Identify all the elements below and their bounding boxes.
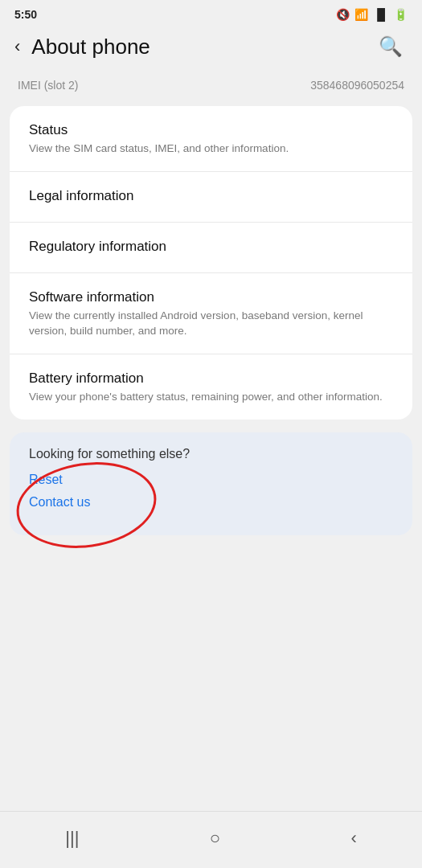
menu-item-regulatory[interactable]: Regulatory information	[10, 223, 412, 273]
contact-us-link[interactable]: Contact us	[29, 495, 393, 510]
nav-bar: ‹ About phone 🔍	[0, 26, 422, 71]
back-nav-button[interactable]: ‹	[334, 823, 372, 854]
imei-value: 358468096050254	[310, 79, 404, 92]
status-time: 5:50	[14, 8, 37, 21]
wifi-icon: 📶	[354, 8, 368, 21]
menu-item-legal[interactable]: Legal information	[10, 172, 412, 223]
status-bar: 5:50 🔇 📶 ▐▌ 🔋	[0, 0, 422, 26]
main-card: Status View the SIM card status, IMEI, a…	[10, 106, 412, 420]
menu-item-software-subtitle: View the currently installed Android ver…	[29, 309, 393, 339]
menu-item-regulatory-title: Regulatory information	[29, 239, 393, 255]
home-button[interactable]: ○	[194, 823, 236, 854]
looking-card: Looking for something else? Reset Contac…	[10, 432, 412, 535]
recents-button[interactable]: |||	[49, 823, 95, 854]
menu-item-battery[interactable]: Battery information View your phone's ba…	[10, 354, 412, 420]
reset-link[interactable]: Reset	[29, 473, 393, 487]
battery-icon: 🔋	[394, 8, 408, 21]
menu-item-battery-title: Battery information	[29, 371, 393, 387]
menu-item-battery-subtitle: View your phone's battery status, remain…	[29, 390, 393, 405]
search-button[interactable]: 🔍	[372, 32, 409, 61]
menu-item-status-subtitle: View the SIM card status, IMEI, and othe…	[29, 141, 393, 157]
looking-title: Looking for something else?	[29, 447, 393, 461]
menu-item-status[interactable]: Status View the SIM card status, IMEI, a…	[10, 106, 412, 172]
menu-item-software-title: Software information	[29, 289, 393, 305]
bottom-nav-bar: ||| ○ ‹	[0, 811, 422, 868]
menu-item-legal-title: Legal information	[29, 188, 393, 204]
menu-item-software[interactable]: Software information View the currently …	[10, 273, 412, 354]
imei-label: IMEI (slot 2)	[18, 79, 78, 92]
signal-icon: ▐▌	[373, 8, 389, 21]
imei-row: IMEI (slot 2) 358468096050254	[0, 71, 422, 103]
nav-left-group: ‹ About phone	[8, 33, 150, 60]
menu-item-status-title: Status	[29, 122, 393, 138]
mute-icon: 🔇	[336, 8, 350, 21]
back-button[interactable]: ‹	[8, 33, 27, 60]
status-icons: 🔇 📶 ▐▌ 🔋	[336, 8, 408, 21]
page-title: About phone	[31, 35, 150, 59]
